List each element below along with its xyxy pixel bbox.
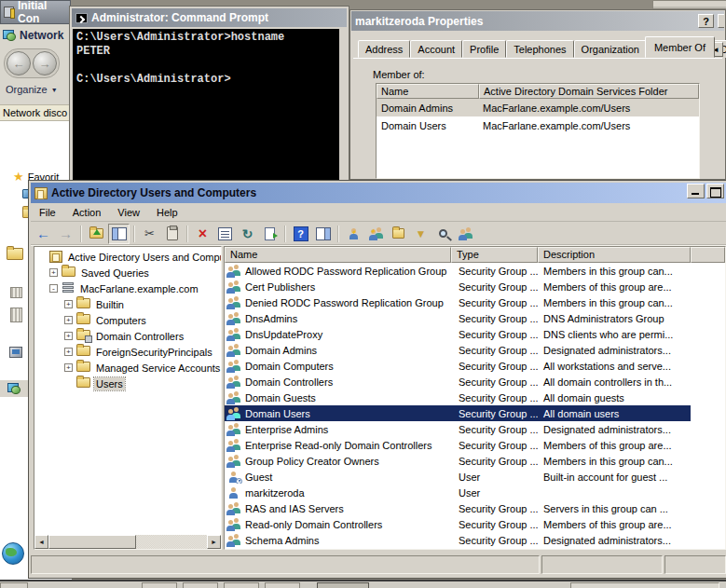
change-domain-button[interactable] xyxy=(455,224,476,244)
tree-item[interactable]: + Saved Queries xyxy=(34,265,221,280)
maximize-button[interactable] xyxy=(706,184,724,198)
context-help-button[interactable]: ? xyxy=(698,14,714,28)
list-item[interactable]: Domain Controllers Security Group ... Al… xyxy=(225,374,691,390)
command-prompt-window[interactable]: Administrator: Command Prompt C:\Users\A… xyxy=(69,6,349,183)
scroll-left-icon[interactable]: ◄ xyxy=(34,535,48,549)
tree-expander[interactable]: + xyxy=(64,363,73,372)
network-discovery-infobar[interactable]: Network disco xyxy=(0,104,72,121)
initial-configuration-window[interactable]: Initial Con xyxy=(0,0,71,24)
tree-expander[interactable]: + xyxy=(49,268,58,277)
tree-item[interactable]: + Managed Service Accounts xyxy=(34,360,221,376)
scroll-right-icon[interactable]: ► xyxy=(207,535,221,549)
properties-tab[interactable]: Telephones xyxy=(506,40,573,58)
tree-expander[interactable]: + xyxy=(64,316,73,324)
taskbar-button[interactable] xyxy=(142,582,177,588)
menu-item[interactable]: Help xyxy=(148,205,186,220)
column-header-name[interactable]: Name xyxy=(377,84,479,99)
list-item[interactable]: Domain Guests Security Group ... All dom… xyxy=(225,390,691,405)
list-item[interactable]: RAS and IAS Servers Security Group ... S… xyxy=(225,500,691,516)
column-header-type[interactable]: Type xyxy=(451,247,538,263)
sidebar-item-library[interactable] xyxy=(10,287,22,298)
scrollbar-thumb[interactable] xyxy=(48,535,136,549)
scrollbar-track[interactable] xyxy=(48,535,207,549)
organize-button[interactable]: Organize ▼ xyxy=(6,84,58,95)
list-item[interactable]: Read-only Domain Controllers Security Gr… xyxy=(225,516,691,532)
list-item[interactable]: Cert Publishers Security Group ... Membe… xyxy=(225,279,691,294)
taskbar-button[interactable] xyxy=(183,582,218,588)
sidebar-item-computer[interactable] xyxy=(9,347,22,358)
list-item[interactable]: Enterprise Admins Security Group ... Des… xyxy=(225,421,691,437)
horizontal-scrollbar[interactable]: ◄ ► xyxy=(34,535,221,549)
aduc-window[interactable]: Active Directory Users and Computers Fil… xyxy=(28,180,726,579)
taskbar-button-active[interactable] xyxy=(317,582,369,588)
member-of-row[interactable]: Domain Users MacFarlane.example.com/User… xyxy=(377,116,699,134)
close-button[interactable] xyxy=(718,14,724,28)
list-item[interactable]: Domain Computers Security Group ... All … xyxy=(225,358,691,374)
member-of-list[interactable]: Name Active Directory Domain Services Fo… xyxy=(376,83,700,179)
list-item[interactable]: Domain Users Security Group ... All doma… xyxy=(225,405,691,421)
new-user-button[interactable]: ✦ xyxy=(343,224,364,244)
menu-item[interactable]: File xyxy=(31,205,64,220)
tree-expander[interactable]: - xyxy=(49,284,58,293)
forward-button[interactable]: → xyxy=(55,224,76,244)
list-item[interactable]: DnsAdmins Security Group ... DNS Adminis… xyxy=(225,310,691,326)
menu-item[interactable]: View xyxy=(109,205,148,220)
properties-titlebar[interactable]: markitzeroda Properties ? xyxy=(351,11,724,31)
show-console-tree-button[interactable] xyxy=(108,224,130,244)
console-window-button[interactable] xyxy=(312,224,334,244)
object-list-pane[interactable]: Name Type Description Allowed RODC P xyxy=(224,246,726,550)
taskbar-button[interactable] xyxy=(0,582,28,588)
tree-expander[interactable]: + xyxy=(64,332,73,340)
delete-button[interactable]: × xyxy=(192,224,213,244)
command-prompt-titlebar[interactable]: Administrator: Command Prompt xyxy=(72,8,347,27)
sidebar-item-internet[interactable] xyxy=(2,542,24,565)
list-item[interactable]: Domain Admins Security Group ... Designa… xyxy=(225,342,691,358)
refresh-button[interactable]: ↻ xyxy=(237,224,258,244)
new-group-button[interactable]: ✦ xyxy=(365,224,387,244)
tree-item[interactable]: + Domain Controllers xyxy=(34,328,221,344)
tree-item[interactable]: + ForeignSecurityPrincipals xyxy=(34,344,221,360)
list-item[interactable]: DnsUpdateProxy Security Group ... DNS cl… xyxy=(225,326,691,342)
minimize-button[interactable] xyxy=(687,184,705,198)
taskbar-button[interactable] xyxy=(265,582,300,588)
member-of-row[interactable]: Domain Admins MacFarlane.example.com/Use… xyxy=(377,99,699,116)
tree-item[interactable]: + Builtin xyxy=(34,296,221,312)
cut-button[interactable]: ✂ xyxy=(139,224,160,244)
back-button[interactable]: ← xyxy=(33,224,54,244)
up-one-level-button[interactable] xyxy=(86,224,107,244)
back-button[interactable]: ← xyxy=(7,51,31,75)
menu-item[interactable]: Action xyxy=(64,205,110,220)
list-item[interactable]: Schema Admins Security Group ... Designa… xyxy=(225,532,691,548)
console-output[interactable]: C:\Users\Administrator>hostname PETER C:… xyxy=(73,29,339,180)
column-header-folder[interactable]: Active Directory Domain Services Folder xyxy=(479,84,699,99)
properties-tab[interactable]: Member Of xyxy=(645,36,715,58)
tree-item[interactable]: + Computers xyxy=(34,312,221,328)
list-item[interactable]: Group Policy Creator Owners Security Gro… xyxy=(225,453,691,469)
tree-expander[interactable]: + xyxy=(64,348,73,356)
sidebar-item-library2[interactable] xyxy=(10,308,22,322)
properties-tab[interactable]: Address xyxy=(358,40,410,58)
forward-button[interactable]: → xyxy=(33,51,57,75)
column-header-name[interactable]: Name xyxy=(225,247,451,263)
list-item[interactable]: Enterprise Read-only Domain Controllers … xyxy=(225,437,691,453)
taskbar-fragment[interactable] xyxy=(0,580,726,588)
console-tree-pane[interactable]: Active Directory Users and Comput + Save… xyxy=(34,246,222,550)
column-header-description[interactable]: Description xyxy=(538,247,691,263)
properties-tab[interactable]: Organization xyxy=(574,40,647,58)
properties-button[interactable] xyxy=(214,224,236,244)
taskbar-tray[interactable] xyxy=(570,582,719,588)
properties-dialog[interactable]: markitzeroda Properties ? Address Accoun… xyxy=(349,9,726,180)
export-list-button[interactable] xyxy=(259,224,281,244)
filter-button[interactable]: ▼ xyxy=(410,224,431,244)
sidebar-item-folder[interactable] xyxy=(7,248,23,260)
sidebar-item-network[interactable] xyxy=(0,380,28,397)
help-button[interactable]: ? xyxy=(290,224,311,244)
list-item[interactable]: Denied RODC Password Replication Group S… xyxy=(225,294,691,310)
aduc-titlebar[interactable]: Active Directory Users and Computers xyxy=(31,183,726,203)
tree-item[interactable]: - MacFarlane.example.com xyxy=(34,280,221,296)
list-item[interactable]: Guest User Built-in account for guest ..… xyxy=(225,469,691,485)
paste-button[interactable] xyxy=(161,224,183,244)
find-button[interactable] xyxy=(432,224,454,244)
tree-item[interactable]: Active Directory Users and Comput xyxy=(34,249,221,265)
tree-item[interactable]: Users xyxy=(34,376,221,391)
